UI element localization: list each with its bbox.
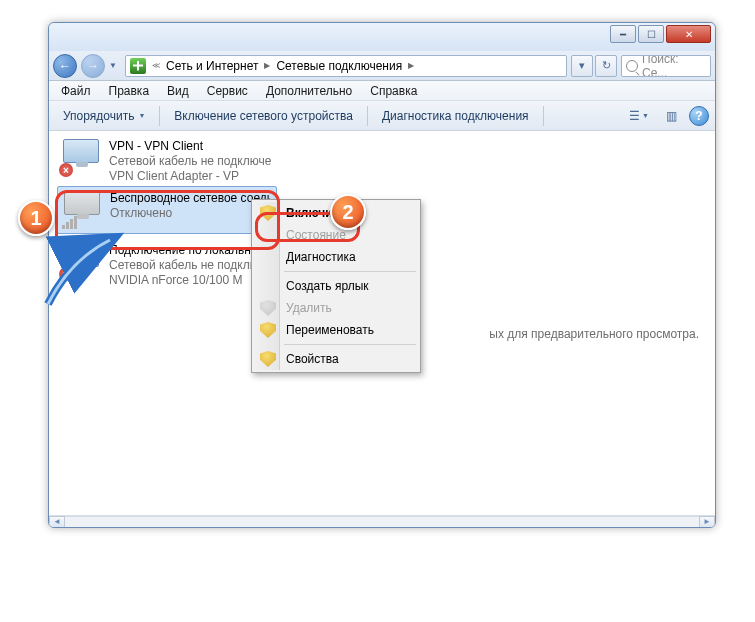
- address-bar-row: ← → ▼ ≪ Сеть и Интернет ▶ Сетевые подклю…: [49, 51, 715, 81]
- ctx-properties[interactable]: Свойства: [254, 348, 418, 370]
- connection-text: Подключение по локальной сети Сетевой ка…: [109, 243, 271, 288]
- address-bar[interactable]: ≪ Сеть и Интернет ▶ Сетевые подключения …: [125, 55, 567, 77]
- callout-1: 1: [18, 200, 54, 236]
- menu-extra[interactable]: Дополнительно: [258, 82, 360, 100]
- explorer-window: ━ ☐ ✕ ← → ▼ ≪ Сеть и Интернет ▶ Сетевые …: [48, 22, 716, 528]
- connection-item-vpn[interactable]: × VPN - VPN Client Сетевой кабель не под…: [57, 135, 277, 188]
- menu-help[interactable]: Справка: [362, 82, 425, 100]
- connection-item-wireless[interactable]: Беспроводное сетевое соединение Отключен…: [57, 186, 277, 234]
- toolbar-separator: [543, 106, 544, 126]
- context-menu-separator: [284, 271, 416, 272]
- connection-text: Беспроводное сетевое соединение Отключен…: [110, 191, 270, 229]
- titlebar: ━ ☐ ✕: [49, 23, 715, 51]
- menu-edit[interactable]: Правка: [101, 82, 158, 100]
- nav-history-dropdown[interactable]: ▼: [109, 61, 121, 70]
- connection-status: Отключено: [110, 206, 270, 221]
- shield-icon: [260, 300, 276, 316]
- breadcrumb-separator: ≪: [152, 61, 160, 70]
- connection-adapter: VPN Client Adapter - VP: [109, 169, 271, 184]
- scroll-left-button[interactable]: ◄: [49, 516, 65, 528]
- diagnose-button[interactable]: Диагностика подключения: [374, 105, 537, 127]
- error-x-icon: ×: [59, 267, 73, 281]
- context-menu-separator: [284, 344, 416, 345]
- enable-device-button[interactable]: Включение сетевого устройства: [166, 105, 361, 127]
- connection-item-lan[interactable]: × Подключение по локальной сети Сетевой …: [57, 239, 277, 292]
- maximize-button[interactable]: ☐: [638, 25, 664, 43]
- connection-adapter: NVIDIA nForce 10/100 M: [109, 273, 271, 288]
- connection-icon: [64, 191, 104, 229]
- address-tools: ▾ ↻: [571, 55, 617, 77]
- breadcrumb-level2[interactable]: Сетевые подключения: [276, 59, 402, 73]
- content-pane[interactable]: × VPN - VPN Client Сетевой кабель не под…: [49, 131, 715, 515]
- toolbar-separator: [159, 106, 160, 126]
- search-placeholder: Поиск: Се...: [642, 55, 706, 77]
- ctx-delete: Удалить: [254, 297, 418, 319]
- signal-bars-icon: [62, 215, 78, 229]
- connection-name: VPN - VPN Client: [109, 139, 271, 154]
- network-icon: [130, 58, 146, 74]
- view-mode-button[interactable]: ☰▼: [625, 105, 653, 127]
- organize-button[interactable]: Упорядочить▼: [55, 105, 153, 127]
- preview-hint-text: ых для предварительного просмотра.: [489, 327, 699, 341]
- close-button[interactable]: ✕: [666, 25, 711, 43]
- connection-icon: ×: [63, 139, 103, 177]
- menu-file[interactable]: Файл: [53, 82, 99, 100]
- ctx-status: Состояние: [254, 224, 418, 246]
- menu-view[interactable]: Вид: [159, 82, 197, 100]
- connection-icon: ×: [63, 243, 103, 281]
- toolbar-separator: [367, 106, 368, 126]
- scroll-track[interactable]: [65, 516, 699, 528]
- shield-icon: [260, 351, 276, 367]
- toolbar: Упорядочить▼ Включение сетевого устройст…: [49, 101, 715, 131]
- menubar: Файл Правка Вид Сервис Дополнительно Спр…: [49, 81, 715, 101]
- address-dropdown[interactable]: ▾: [571, 55, 593, 77]
- ctx-rename[interactable]: Переименовать: [254, 319, 418, 341]
- preview-pane-button[interactable]: ▥: [657, 105, 685, 127]
- ctx-diagnose[interactable]: Диагностика: [254, 246, 418, 268]
- breadcrumb-level1[interactable]: Сеть и Интернет: [166, 59, 258, 73]
- refresh-button[interactable]: ↻: [595, 55, 617, 77]
- connection-name: Беспроводное сетевое соединение: [110, 191, 270, 206]
- callout-2: 2: [330, 194, 366, 230]
- connection-status: Сетевой кабель не подключен: [109, 154, 271, 169]
- help-button[interactable]: ?: [689, 106, 709, 126]
- chevron-right-icon[interactable]: ▶: [408, 61, 414, 70]
- horizontal-scrollbar[interactable]: ◄ ►: [49, 515, 715, 527]
- back-button[interactable]: ←: [53, 54, 77, 78]
- shield-icon: [260, 205, 276, 221]
- connection-name: Подключение по локальной сети: [109, 243, 271, 258]
- ctx-create-shortcut[interactable]: Создать ярлык: [254, 275, 418, 297]
- connection-status: Сетевой кабель не подключен: [109, 258, 271, 273]
- menu-tools[interactable]: Сервис: [199, 82, 256, 100]
- shield-icon: [260, 322, 276, 338]
- error-x-icon: ×: [59, 163, 73, 177]
- chevron-right-icon[interactable]: ▶: [264, 61, 270, 70]
- connection-text: VPN - VPN Client Сетевой кабель не подкл…: [109, 139, 271, 184]
- forward-button[interactable]: →: [81, 54, 105, 78]
- scroll-right-button[interactable]: ►: [699, 516, 715, 528]
- search-icon: [626, 60, 638, 72]
- minimize-button[interactable]: ━: [610, 25, 636, 43]
- search-input[interactable]: Поиск: Се...: [621, 55, 711, 77]
